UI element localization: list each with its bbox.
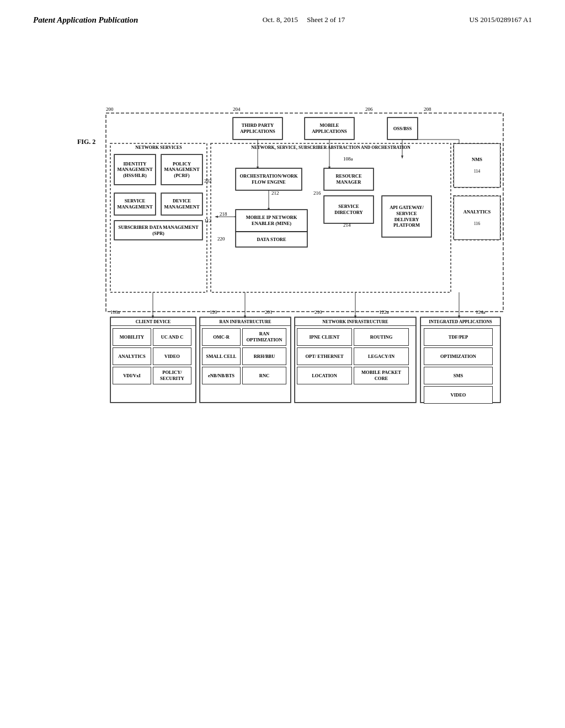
- ref-202: 202: [204, 178, 212, 184]
- subscriber-data-box: SUBSCRIBER DATA MANAGEMENT (SPR): [114, 221, 202, 240]
- ref-218: 218: [220, 211, 227, 217]
- mobility-box: MOBILITY: [113, 328, 151, 346]
- ref-201: 201: [265, 309, 273, 315]
- mine-box: MOBILE IP NETWORK ENABLER (MINE): [236, 210, 307, 232]
- ref-216: 216: [313, 190, 321, 196]
- orchestration-box: ORCHESTRATION/WORK FLOW ENGINE: [236, 168, 302, 190]
- data-store-box: DATA STORE: [236, 232, 307, 247]
- ref-212: 212: [271, 190, 279, 196]
- header-right: US 2015/0289167 A1: [470, 15, 532, 24]
- network-services-label: NETWORK SERVICES: [110, 145, 207, 150]
- header-sheet: Sheet 2 of 17: [307, 15, 345, 24]
- tdf-pep-box: TDF/PEP: [424, 328, 493, 346]
- omc-r-box: OMC-R: [202, 328, 241, 346]
- analytics-right-box: ANALYTICS 116: [454, 196, 500, 240]
- nms-box: NMS 114: [454, 143, 500, 188]
- analytics-left-box: ANALYTICS: [113, 347, 151, 365]
- header-left: Patent Application Publication: [33, 15, 138, 25]
- integrated-apps-label: INTEGRATED APPLICATIONS: [421, 318, 500, 326]
- mobile-apps-box: MOBILE APPLICATIONS: [305, 117, 354, 140]
- rrh-bbu-box: RRH/BBU: [242, 347, 286, 365]
- routing-box: ROUTING: [354, 328, 409, 346]
- abstraction-label: NETWORK, SERVICE, SUBSCRIBER ABSTRACTION…: [211, 145, 451, 150]
- ref-112: 112: [204, 218, 211, 223]
- service-mgmt-box: SERVICE MANAGEMENT: [114, 193, 156, 215]
- page-header: Patent Application Publication Oct. 8, 2…: [0, 0, 565, 25]
- resource-manager-box: RESOURCE MANAGER: [324, 168, 374, 190]
- ipne-client-box: IPNE CLIENT: [297, 328, 352, 346]
- fig-label: FIG. 2: [77, 138, 95, 146]
- ran-infra-section: RAN INFRASTRUCTURE OMC-R RAN OPTIMIZATIO…: [200, 317, 291, 403]
- ref-122a: 122a: [379, 309, 389, 315]
- diagram-area: 200 204 206 208 202 112 212 216 218 220 …: [73, 47, 547, 433]
- third-party-apps-box: THIRD PARTY APPLICATIONS: [233, 117, 282, 140]
- ref-210: 210: [315, 309, 322, 315]
- location-box: LOCATION: [297, 367, 352, 384]
- ref-206: 206: [365, 106, 373, 112]
- policy-security-box: POLICY/ SECURITY: [153, 367, 191, 384]
- integrated-apps-section: INTEGRATED APPLICATIONS TDF/PEP OPTIMIZA…: [420, 317, 500, 403]
- ref-204: 204: [233, 106, 241, 112]
- legacy-in-box: LEGACY/IN: [354, 347, 409, 365]
- network-infra-label: NETWORK INFRASTRUCTURE: [295, 318, 415, 326]
- ref-200: 200: [106, 106, 114, 112]
- sms-box: SMS: [424, 367, 493, 384]
- small-cell-box: SMALL CELL: [202, 347, 241, 365]
- rnc-box: RNC: [242, 367, 286, 384]
- mobile-packet-core-box: MOBILE PACKET CORE: [354, 367, 409, 384]
- ref-118a: 118a: [110, 309, 120, 315]
- optimization-box: OPTIMIZATION: [424, 347, 493, 365]
- policy-mgmt-box: POLICY MANAGEMENT (PCRF): [161, 154, 202, 185]
- ran-infra-label: RAN INFRASTRUCTURE: [200, 318, 290, 326]
- uc-and-c-box: UC AND C: [153, 328, 191, 346]
- ran-opt-box: RAN OPTIMIZATION: [242, 328, 286, 346]
- api-gateway-box: API GATEWAY/ SERVICE DELIVERY PLATFORM: [382, 196, 431, 237]
- client-device-label: CLIENT DEVICE: [111, 318, 195, 326]
- device-mgmt-box: DEVICE MANAGEMENT: [161, 193, 202, 215]
- enb-nb-bts-box: eNB/NB/BTS: [202, 367, 241, 384]
- header-date: Oct. 8, 2015: [263, 15, 298, 24]
- service-directory-box: SERVICE DIRECTORY: [324, 196, 374, 223]
- video-right-box: VIDEO: [424, 386, 493, 404]
- oss-bss-box: OSS/BSS: [387, 117, 418, 140]
- header-center: Oct. 8, 2015 Sheet 2 of 17: [263, 15, 345, 24]
- video-left-box: VIDEO: [153, 347, 191, 365]
- client-device-section: CLIENT DEVICE MOBILITY UC AND C ANALYTIC…: [110, 317, 196, 403]
- opt-ethernet-box: OPT/ ETHERNET: [297, 347, 352, 365]
- network-infra-section: NETWORK INFRASTRUCTURE IPNE CLIENT ROUTI…: [295, 317, 416, 403]
- ref-220: 220: [217, 236, 225, 242]
- vdi-vxl-box: VDI/VxI: [113, 367, 151, 384]
- ref-120: 120: [210, 309, 217, 315]
- ref-124a: 124a: [476, 309, 486, 315]
- ref-108a: 108a: [343, 156, 353, 162]
- identity-mgmt-box: IDENTITY MANAGEMENT (HSS/HLR): [114, 154, 156, 185]
- ref-208: 208: [424, 106, 431, 112]
